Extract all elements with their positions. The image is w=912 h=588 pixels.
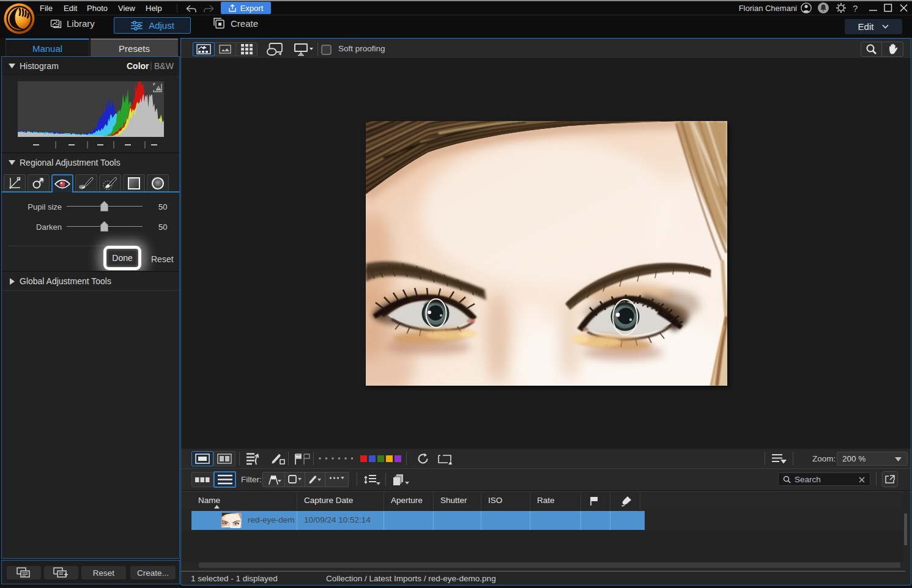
svg-text:?: ? [853,3,858,13]
